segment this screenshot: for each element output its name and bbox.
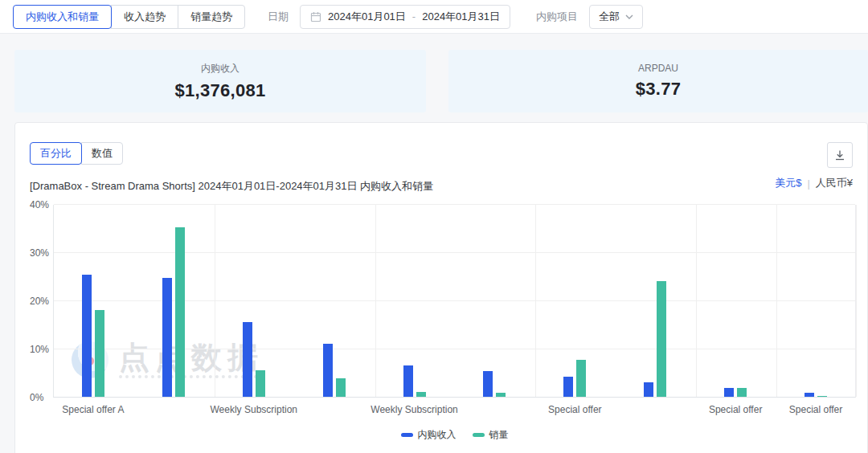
mode-value-button[interactable]: 数值 <box>81 142 123 165</box>
grid-line-vertical <box>375 205 376 397</box>
bar-sales[interactable] <box>576 360 586 397</box>
stat-card-arpdau: ARPDAU $3.77 <box>448 50 868 112</box>
tab-sales-trend[interactable]: 销量趋势 <box>178 5 245 29</box>
view-tab-group: 内购收入和销量 收入趋势 销量趋势 <box>13 5 245 29</box>
bar-sales[interactable] <box>256 370 265 397</box>
mode-toggle-group: 百分比 数值 <box>30 142 123 165</box>
date-end[interactable]: 2024年01月31日 <box>422 10 500 24</box>
currency-toggle: 美元$ | 人民币¥ <box>775 176 853 190</box>
grid-line-vertical <box>535 205 536 397</box>
bar-iap-revenue[interactable] <box>323 344 333 397</box>
chart-title: [DramaBox - Stream Drama Shorts] 2024年01… <box>30 179 433 194</box>
bar-sales[interactable] <box>95 310 104 397</box>
legend-marker <box>401 433 413 437</box>
top-toolbar: 内购收入和销量 收入趋势 销量趋势 日期 2024年01月01日 - 2024年… <box>0 0 868 34</box>
grid-line-horizontal <box>54 252 855 253</box>
bar-sales[interactable] <box>817 396 827 397</box>
mode-percent-button[interactable]: 百分比 <box>30 142 82 165</box>
grid-line-vertical <box>776 205 777 397</box>
stat-cards-row: 内购收入 $1,376,081 ARPDAU $3.77 <box>14 50 868 112</box>
bar-iap-revenue[interactable] <box>162 278 172 397</box>
chevron-down-icon <box>625 14 633 19</box>
stat-value: $3.77 <box>636 79 682 100</box>
x-category-label: Special offer <box>709 404 763 415</box>
bar-sales[interactable] <box>496 393 506 397</box>
y-axis: 0%10%20%30%40% <box>15 205 49 398</box>
date-start[interactable]: 2024年01月01日 <box>328 10 406 24</box>
iap-item-label: 内购项目 <box>536 10 578 24</box>
grid-line-horizontal <box>54 300 855 301</box>
legend-label: 销量 <box>489 428 509 442</box>
tab-revenue-trend[interactable]: 收入趋势 <box>111 5 178 29</box>
stat-label: ARPDAU <box>638 63 678 74</box>
x-axis-labels: Special offer AWeekly SubscriptionWeekly… <box>53 404 856 417</box>
bar-iap-revenue[interactable] <box>644 382 653 397</box>
calendar-icon <box>310 11 321 22</box>
chart-panel: 百分比 数值 美元$ | 人民币¥ [DramaBox - Stream Dra… <box>14 122 868 453</box>
iap-item-selected-value: 全部 <box>599 10 620 24</box>
date-range-separator: - <box>412 10 416 22</box>
currency-usd-option[interactable]: 美元$ <box>775 176 801 190</box>
x-category-label: Special offer <box>548 404 602 415</box>
bar-sales[interactable] <box>175 227 185 397</box>
bar-iap-revenue[interactable] <box>82 275 92 397</box>
tab-iap-revenue-and-sales[interactable]: 内购收入和销量 <box>13 5 112 29</box>
grid-line-horizontal <box>54 349 855 349</box>
x-category-label: Weekly Subscription <box>371 404 458 415</box>
currency-divider: | <box>807 178 809 190</box>
legend-label: 内购收入 <box>418 428 457 442</box>
x-category-label: Weekly Subscription <box>211 404 298 415</box>
date-range-picker[interactable]: 2024年01月01日 - 2024年01月31日 <box>300 5 510 29</box>
stat-label: 内购收入 <box>201 62 240 76</box>
download-icon <box>834 149 845 161</box>
currency-cny-option[interactable]: 人民币¥ <box>816 176 853 190</box>
plot-area: 点点数据 <box>53 205 856 398</box>
bar-iap-revenue[interactable] <box>483 371 493 397</box>
date-label: 日期 <box>268 10 289 24</box>
bar-iap-revenue[interactable] <box>805 393 814 397</box>
stat-value: $1,376,081 <box>174 80 265 101</box>
bar-iap-revenue[interactable] <box>724 388 734 397</box>
grid-line-horizontal <box>54 204 855 205</box>
stat-card-iap-revenue: 内购收入 $1,376,081 <box>14 50 426 112</box>
legend-marker <box>473 433 485 437</box>
x-category-label: Special offer A <box>62 404 124 415</box>
bar-iap-revenue[interactable] <box>563 377 573 397</box>
bar-sales[interactable] <box>657 281 666 397</box>
bar-sales[interactable] <box>737 388 747 397</box>
legend-item[interactable]: 销量 <box>473 428 509 442</box>
x-category-label: Special offer <box>789 404 843 415</box>
chart-legend: 内购收入销量 <box>53 428 856 442</box>
grid-line-vertical <box>696 205 697 397</box>
iap-item-select[interactable]: 全部 <box>589 5 643 29</box>
bar-iap-revenue[interactable] <box>243 322 252 397</box>
grid-line-vertical <box>215 205 215 397</box>
bar-iap-revenue[interactable] <box>403 365 413 397</box>
bar-sales[interactable] <box>416 392 426 397</box>
grid-line-vertical <box>856 205 857 397</box>
legend-item[interactable]: 内购收入 <box>401 428 457 442</box>
download-button[interactable] <box>827 142 853 168</box>
bar-sales[interactable] <box>336 378 346 397</box>
